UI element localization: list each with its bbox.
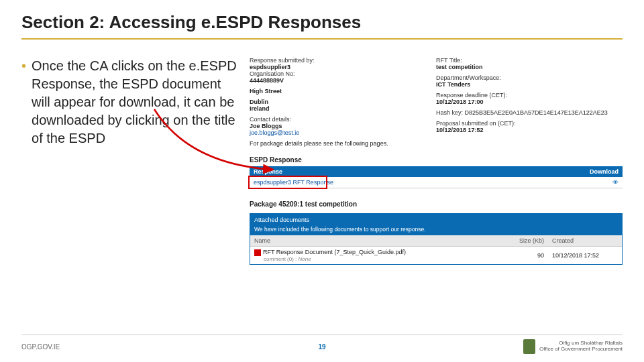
table-row: espdsupplier3 RFT Response 👁 [250, 177, 623, 188]
value: Joe Bloggs [250, 123, 436, 129]
address-line: High Street [250, 88, 436, 95]
size-value: 90 [501, 247, 548, 264]
page-number: 19 [318, 343, 325, 351]
section-heading: ESPD Response [250, 156, 623, 164]
slide-title: Section 2: Accessing e.ESPD Responses [21, 12, 623, 40]
label: Contact details: [250, 116, 436, 123]
column-header: Size (Kb) [501, 235, 548, 247]
bullet-dot-icon: • [21, 57, 26, 147]
address-line: Ireland [250, 105, 436, 112]
email-link[interactable]: joe.bloggs@test.ie [250, 129, 436, 136]
table-row: RFT Response Document (7_Step_Quick_Guid… [250, 247, 622, 264]
box-heading: Attached documents [250, 214, 622, 226]
comment-value: None [299, 256, 311, 262]
response-link[interactable]: espdsupplier3 RFT Response [250, 177, 576, 188]
label: Response submitted by: [250, 57, 436, 64]
bullet-item: • Once the CA clicks on the e.ESPD Respo… [21, 57, 241, 147]
pdf-icon [254, 249, 261, 256]
attached-documents-box: Attached documents We have included the … [250, 213, 623, 265]
column-header: Name [250, 235, 501, 247]
download-icon[interactable]: 👁 [576, 177, 623, 188]
value: 10/12/2018 17:00 [436, 99, 623, 105]
box-subheading: We have included the following documents… [250, 226, 622, 235]
value: espdsupplier3 [250, 64, 436, 70]
label: Department/Workspace: [436, 74, 623, 81]
package-title: Package 45209:1 test competition [250, 200, 623, 208]
value: 444488889V [250, 77, 436, 84]
harp-logo-icon [523, 339, 535, 354]
document-link[interactable]: RFT Response Document (7_Step_Quick_Guid… [263, 249, 406, 255]
column-header: Created [548, 235, 622, 247]
label: Response deadline (CET): [436, 92, 623, 99]
slide-footer: OGP.GOV.IE 19 Oifig um Sholáthar Rialtai… [21, 335, 623, 354]
column-header: Download [576, 166, 623, 177]
bullet-text: Once the CA clicks on the e.ESPD Respons… [32, 57, 241, 147]
value: D825B3E5AE2E0A1BA57DE14E147E13EA122AE23 [465, 109, 608, 116]
footer-url: OGP.GOV.IE [21, 343, 60, 351]
created-value: 10/12/2018 17:52 [548, 247, 622, 264]
footer-org-en: Office of Government Procurement [539, 347, 623, 353]
address-line: Dublin [250, 99, 436, 105]
value: 10/12/2018 17:52 [436, 127, 623, 133]
value: test competition [436, 64, 623, 70]
label: Organisation No: [250, 70, 436, 77]
value: ICT Tenders [436, 81, 623, 88]
label: Hash key: [436, 109, 463, 116]
note-text: For package details please see the follo… [250, 140, 623, 147]
label: Proposal submitted on (CET): [436, 120, 623, 127]
label: RFT Title: [436, 57, 623, 64]
screenshot-panel: Response submitted by: espdsupplier3 Org… [250, 57, 623, 265]
comment-label: comment (0) : [264, 256, 297, 262]
response-table: Response Download espdsupplier3 RFT Resp… [250, 166, 623, 188]
